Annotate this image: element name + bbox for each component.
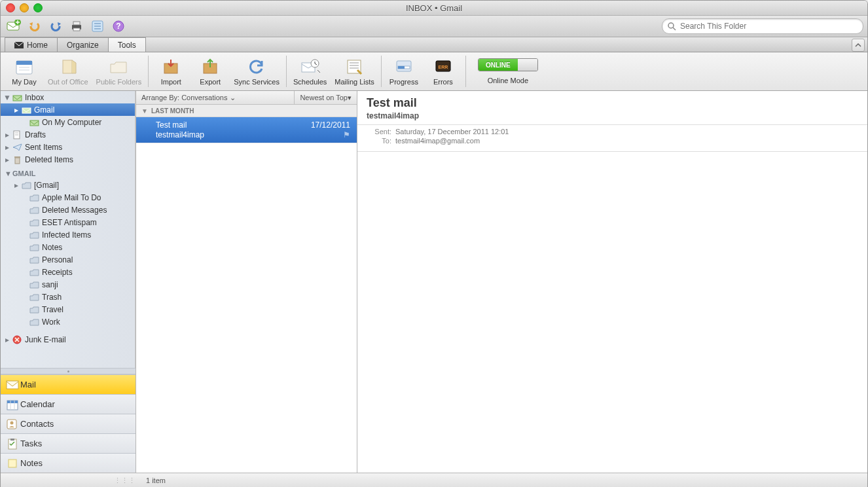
folder-deleted-messages[interactable]: Deleted Messages xyxy=(1,204,135,216)
disclosure-triangle-icon[interactable]: ▸ xyxy=(3,155,11,164)
undo-button[interactable] xyxy=(26,18,44,35)
svg-rect-33 xyxy=(22,108,31,113)
disclosure-triangle-icon[interactable]: ▸ xyxy=(3,143,11,152)
preview-from: testmail4imap xyxy=(367,111,858,120)
nav-splitter[interactable] xyxy=(1,368,136,374)
arrange-by-button[interactable]: Arrange By: Conversations ⌄ xyxy=(136,94,294,102)
search-field[interactable] xyxy=(662,18,863,34)
folder-inbox[interactable]: ▼ Inbox xyxy=(1,91,135,103)
disclosure-triangle-icon[interactable]: ▼ xyxy=(3,93,11,102)
ribbon-label: Public Folders xyxy=(96,78,142,86)
folder-label: Deleted Items xyxy=(25,155,73,164)
online-toggle[interactable]: ONLINE xyxy=(478,58,538,71)
folder-label: Sent Items xyxy=(25,143,62,152)
section-gmail[interactable]: ▼ GMAIL xyxy=(1,166,135,179)
tasks-icon xyxy=(5,438,20,450)
sort-button[interactable]: Newest on Top ▾ xyxy=(294,91,357,104)
folder-notes[interactable]: Notes xyxy=(1,241,135,253)
export-icon xyxy=(200,57,221,77)
to-value: testmail4imap@gmail.com xyxy=(395,137,480,145)
ribbon-out-of-office[interactable]: Out of Office xyxy=(44,56,92,87)
folder-label: Deleted Messages xyxy=(42,206,107,215)
folder-sanji[interactable]: sanji xyxy=(1,278,135,291)
disclosure-triangle-icon[interactable]: ▸ xyxy=(3,335,11,344)
folder-icon xyxy=(28,293,40,301)
ribbon-progress[interactable]: Progress xyxy=(384,56,424,87)
message-group-header[interactable]: ▼ LAST MONTH xyxy=(136,105,357,117)
folder-deleted[interactable]: ▸ Deleted Items xyxy=(1,153,135,166)
ribbon-online-mode[interactable]: ONLINE Online Mode xyxy=(478,58,538,84)
ribbon-label: My Day xyxy=(12,78,36,86)
ribbon-import[interactable]: Import xyxy=(151,56,190,87)
nav-calendar[interactable]: Calendar xyxy=(1,394,136,414)
folder-label: Gmail xyxy=(34,105,54,115)
print-button[interactable] xyxy=(67,18,86,35)
tab-organize[interactable]: Organize xyxy=(57,37,109,52)
svg-rect-34 xyxy=(30,120,39,126)
tab-tools[interactable]: Tools xyxy=(108,37,146,52)
folder-eset-antispam[interactable]: ESET Antispam xyxy=(1,216,135,228)
nav-label: Notes xyxy=(20,458,43,468)
folder-gmail-root[interactable]: ▸ [Gmail] xyxy=(1,179,135,191)
folder-label: Drafts xyxy=(25,130,46,139)
folder-icon xyxy=(20,181,32,189)
nav-label: Calendar xyxy=(20,399,55,409)
nav-tasks[interactable]: Tasks xyxy=(1,433,136,453)
tab-home[interactable]: Home xyxy=(5,37,58,52)
svg-line-12 xyxy=(673,27,676,30)
svg-text:ERR: ERR xyxy=(438,65,448,69)
folder-on-my-computer[interactable]: On My Computer xyxy=(1,116,135,128)
disclosure-triangle-icon[interactable]: ▸ xyxy=(12,181,20,190)
search-input[interactable] xyxy=(679,21,858,31)
folder-sent[interactable]: ▸ Sent Items xyxy=(1,141,135,153)
arrange-value: Conversations xyxy=(181,94,227,101)
folder-junk[interactable]: ▸ Junk E-mail xyxy=(1,333,135,346)
folder-receipts[interactable]: Receipts xyxy=(1,266,135,278)
preview-subject: Test mail xyxy=(367,96,858,110)
nav-mail[interactable]: Mail xyxy=(1,374,136,394)
chevron-up-icon xyxy=(855,43,861,48)
ribbon-schedules[interactable]: Schedules xyxy=(289,56,331,87)
tab-label: Organize xyxy=(67,41,99,50)
nav-contacts[interactable]: Contacts xyxy=(1,414,136,433)
svg-rect-43 xyxy=(7,401,18,403)
collapse-ribbon-button[interactable] xyxy=(852,39,865,52)
folder-trash[interactable]: Trash xyxy=(1,291,135,303)
redo-button[interactable] xyxy=(46,18,65,35)
tab-label: Home xyxy=(27,41,48,50)
ribbon-errors[interactable]: ERR Errors xyxy=(424,56,463,87)
ribbon-export[interactable]: Export xyxy=(190,56,230,87)
folder-personal[interactable]: Personal xyxy=(1,253,135,266)
send-receive-button[interactable] xyxy=(5,18,23,35)
disclosure-triangle-icon[interactable]: ▼ xyxy=(5,170,12,177)
ribbon-sync-services[interactable]: Sync Services xyxy=(230,56,283,87)
schedule-icon xyxy=(300,57,321,77)
disclosure-triangle-icon[interactable]: ▸ xyxy=(12,105,20,115)
folder-gmail-account[interactable]: ▸ Gmail xyxy=(1,103,135,116)
ribbon-public-folders[interactable]: Public Folders xyxy=(92,56,146,87)
svg-rect-4 xyxy=(73,28,80,31)
help-button[interactable]: ? xyxy=(109,18,128,35)
sidebar-resize-grip[interactable]: ⋮⋮⋮ xyxy=(1,477,139,485)
message-item[interactable]: Test mail 17/12/2011 testmail4imap ⚑ xyxy=(136,117,357,143)
ribbon-label: Sync Services xyxy=(234,78,280,86)
inbox-icon xyxy=(28,118,40,126)
folder-work[interactable]: Work xyxy=(1,316,135,328)
folder-travel[interactable]: Travel xyxy=(1,303,135,316)
ribbon-mailing-lists[interactable]: Mailing Lists xyxy=(331,56,378,87)
door-icon xyxy=(58,57,79,77)
tab-label: Tools xyxy=(118,41,136,50)
online-indicator: ONLINE xyxy=(479,59,518,71)
folder-apple-mail-todo[interactable]: Apple Mail To Do xyxy=(1,191,135,204)
list-button[interactable] xyxy=(88,18,107,35)
disclosure-triangle-icon: ▼ xyxy=(141,107,148,115)
ribbon-my-day[interactable]: My Day xyxy=(5,56,44,87)
folder-drafts[interactable]: ▸ Drafts xyxy=(1,128,135,141)
ribbon-label: Out of Office xyxy=(48,78,88,86)
folder-icon xyxy=(28,268,40,276)
flag-icon[interactable]: ⚑ xyxy=(343,130,350,139)
disclosure-triangle-icon[interactable]: ▸ xyxy=(3,130,11,139)
nav-notes[interactable]: Notes xyxy=(1,453,136,473)
ribbon-tabs: Home Organize Tools xyxy=(1,37,867,52)
folder-infected-items[interactable]: Infected Items xyxy=(1,228,135,241)
